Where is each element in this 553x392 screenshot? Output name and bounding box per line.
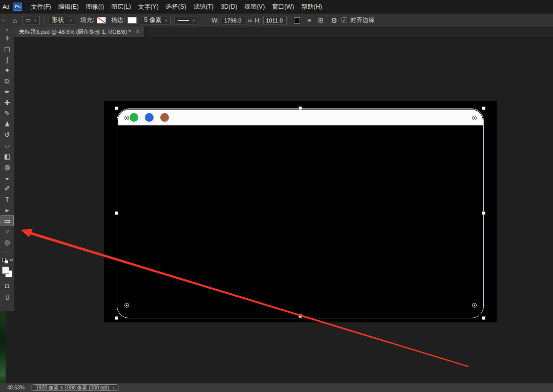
menu-item-6[interactable]: 滤镜(T) (190, 0, 217, 13)
eyedropper-tool[interactable]: ✒ (1, 86, 14, 97)
quick-mask-button[interactable]: ◘ (1, 280, 14, 291)
chevron-down-icon: ∨ (192, 18, 195, 22)
chevron-right-icon: › (113, 385, 114, 390)
chevron-down-icon: ∨ (164, 18, 167, 22)
eraser-tool[interactable]: ▱ (1, 140, 14, 151)
menu-item-0[interactable]: 文件(F) (27, 0, 54, 13)
green-dot (130, 113, 138, 122)
crop-tool[interactable]: ⧉ (1, 76, 14, 86)
move-tool[interactable]: ✛ (1, 33, 14, 43)
options-collapse-icon[interactable]: » (2, 18, 5, 23)
zoom-level[interactable]: 48.63% (7, 385, 25, 390)
history-brush-tool[interactable]: ↺ (1, 129, 14, 140)
stroke-width-value: 5 像素 (144, 16, 161, 25)
transform-handle-top-center[interactable] (299, 106, 302, 110)
transform-handle-top-right[interactable] (482, 106, 485, 110)
width-label: W: (211, 17, 219, 24)
tool-list: ✛▢ʃ✦⧉✒✚✎♟↺▱◧◍◒✐T▸▭☞◎ (1, 33, 14, 248)
rounded-rectangle-shape[interactable] (117, 108, 484, 318)
photoshop-app-icon: Ps (13, 3, 22, 11)
brush-tool[interactable]: ✎ (1, 108, 14, 119)
hand-tool[interactable]: ☞ (1, 226, 14, 237)
photoshop-window: { "window": { "logo": "Ad", "app_badge":… (0, 0, 553, 392)
menu-item-5[interactable]: 选择(S) (162, 0, 190, 13)
rectangle-preset-icon: ▭ (25, 17, 30, 24)
link-dimensions-icon[interactable]: ∞ (248, 17, 252, 24)
menu-bar: Ad Ps 文件(F)编辑(E)图像(I)图层(L)文字(Y)选择(S)滤镜(T… (0, 0, 553, 13)
transform-handle-bottom-right[interactable] (482, 316, 485, 320)
screen-mode-button[interactable]: ▯ (1, 291, 14, 302)
menu-item-3[interactable]: 图层(L) (108, 0, 135, 13)
marquee-tool[interactable]: ▢ (1, 43, 14, 54)
tools-panel: » ✛▢ʃ✦⧉✒✚✎♟↺▱◧◍◒✐T▸▭☞◎ ⋯ ⇄ ◘ ▯ (0, 27, 14, 311)
path-selection-tool[interactable]: ▸ (1, 205, 14, 215)
shape-height-field[interactable]: 1011.0 (263, 16, 287, 25)
pen-tool[interactable]: ✐ (1, 183, 14, 194)
menu-item-1[interactable]: 编辑(E) (55, 0, 82, 13)
gradient-tool[interactable]: ◧ (1, 151, 14, 162)
shape-width-field[interactable]: 1798.0 (222, 16, 245, 25)
transform-handle-top-left[interactable] (115, 106, 118, 110)
menu-item-9[interactable]: 窗口(W) (268, 0, 297, 13)
zoom-tool[interactable]: ◎ (1, 237, 14, 248)
default-background-icon (5, 260, 8, 264)
tool-preset-dropdown[interactable]: ▭ ∨ (22, 16, 39, 25)
stroke-style-dropdown[interactable]: ∨ (175, 16, 198, 25)
corner-radius-handle-bottom-right[interactable] (472, 303, 477, 308)
shape-mode-dropdown[interactable]: 形状 ∨ (49, 16, 75, 25)
document-tab[interactable]: 未标题3.psd @ 48.6% (圆角矩形 1, RGB/8) * × (14, 27, 144, 37)
stroke-width-dropdown[interactable]: 5 像素 ∨ (141, 16, 171, 25)
swap-colors-icon[interactable]: ⇄ (10, 257, 13, 262)
rectangle-tool[interactable]: ▭ (1, 215, 14, 226)
transform-handle-middle-left[interactable] (115, 211, 118, 215)
divider (44, 16, 45, 25)
clone-stamp-tool[interactable]: ♟ (1, 119, 14, 129)
corner-radius-handle-top-right[interactable] (472, 116, 477, 120)
path-operations-icon (294, 17, 300, 24)
shape-mode-value: 形状 (52, 16, 64, 25)
path-operations-button[interactable] (294, 17, 300, 24)
transform-handle-bottom-left[interactable] (115, 316, 118, 320)
path-align-button[interactable]: ≡ (307, 17, 311, 24)
fill-label: 填充: (80, 16, 94, 25)
home-icon[interactable]: ⌂ (13, 16, 17, 25)
transform-handle-bottom-center[interactable] (299, 314, 302, 318)
healing-brush-tool[interactable]: ✚ (1, 97, 14, 108)
toolbar-collapse-icon[interactable]: » (6, 27, 8, 33)
transform-handle-middle-right[interactable] (482, 211, 485, 215)
menu-items: 文件(F)编辑(E)图像(I)图层(L)文字(Y)选择(S)滤镜(T)3D(D)… (27, 0, 326, 13)
foreground-color-swatch[interactable] (2, 267, 9, 274)
tool-options-bar: » ⌂ ▭ ∨ 形状 ∨ 填充: 描边: 5 像素 ∨ ∨ W: 1798.0 … (0, 13, 553, 27)
close-icon[interactable]: × (136, 28, 139, 35)
window-logo: Ad (3, 4, 9, 10)
menu-item-4[interactable]: 文字(Y) (135, 0, 162, 13)
document-tab-title: 未标题3.psd @ 48.6% (圆角矩形 1, RGB/8) * (19, 28, 131, 36)
menu-item-8[interactable]: 视图(V) (241, 0, 268, 13)
status-bar: 48.63% 1920 像素 x 1080 像素 (300 ppi) › (0, 383, 553, 392)
arrow-head (20, 229, 33, 237)
quick-selection-tool[interactable]: ✦ (1, 65, 14, 76)
menu-item-7[interactable]: 3D(D) (217, 0, 241, 13)
document-info-pill[interactable]: 1920 像素 x 1080 像素 (300 ppi) › (31, 384, 119, 391)
type-tool[interactable]: T (1, 194, 14, 205)
color-swatches-widget (1, 265, 14, 280)
stroke-color-swatch[interactable] (127, 17, 137, 24)
blur-tool[interactable]: ◍ (1, 162, 14, 172)
align-edges-label: 对齐边缘 (350, 16, 375, 25)
blue-dot (145, 113, 154, 122)
menu-item-2[interactable]: 图像(I) (82, 0, 108, 13)
fill-color-swatch[interactable] (97, 17, 106, 24)
align-edges-checkbox[interactable]: ✓ (342, 17, 347, 23)
document-tab-bar: 未标题3.psd @ 48.6% (圆角矩形 1, RGB/8) * × (14, 27, 553, 37)
corner-radius-handle-bottom-left[interactable] (124, 303, 129, 308)
default-colors-widget[interactable]: ⇄ (1, 257, 13, 264)
background-window-sliver (0, 311, 6, 383)
lasso-tool[interactable]: ʃ (1, 54, 14, 65)
dodge-tool[interactable]: ◒ (1, 172, 14, 183)
gear-icon[interactable]: ⚙ (331, 16, 337, 25)
corner-radius-handle-top-left[interactable] (124, 116, 129, 120)
edit-toolbar-icon[interactable]: ⋯ (1, 248, 14, 256)
brown-dot (160, 113, 169, 122)
menu-item-10[interactable]: 帮助(H) (297, 0, 326, 13)
path-arrange-button[interactable]: ⊞ (318, 17, 323, 24)
